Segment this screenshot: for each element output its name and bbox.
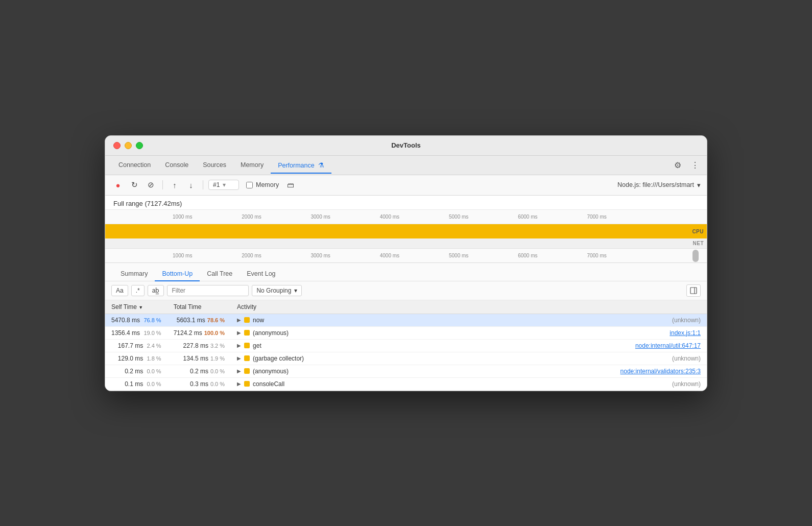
case-sensitive-button[interactable]: Aa xyxy=(111,285,128,296)
expand-arrow[interactable]: ▶ xyxy=(237,317,241,323)
self-time-cell: 1356.4 ms 19.0 % xyxy=(105,326,168,339)
tab-summary[interactable]: Summary xyxy=(113,266,155,281)
expand-arrow[interactable]: ▶ xyxy=(237,381,241,387)
self-pct: 19.0 % xyxy=(144,330,161,336)
self-time-cell: 5470.8 ms 76.8 % xyxy=(105,314,168,326)
self-time-value: 0.2 ms xyxy=(125,368,143,375)
expand-arrow[interactable]: ▶ xyxy=(237,330,241,336)
panel-layout-icon xyxy=(690,287,697,294)
activity-color-dot xyxy=(244,355,250,361)
self-time-value: 1356.4 ms xyxy=(111,329,140,337)
flame-button[interactable]: 🗃 xyxy=(284,178,297,192)
self-time-value: 129.0 ms xyxy=(118,355,143,362)
grouping-select[interactable]: No Grouping ▾ xyxy=(252,285,302,296)
nav-icons: ⚙ ⋮ xyxy=(672,159,701,171)
total-time-value: 134.5 ms xyxy=(183,355,208,362)
tab-console[interactable]: Console xyxy=(158,157,196,173)
tab-event-log[interactable]: Event Log xyxy=(240,266,282,281)
tab-performance[interactable]: Performance ⚗ xyxy=(271,157,331,173)
memory-checkbox[interactable] xyxy=(246,182,253,188)
net-label: NET xyxy=(693,241,704,246)
expand-arrow[interactable]: ▶ xyxy=(237,368,241,374)
total-time-cell: 227.8 ms3.2 % xyxy=(168,339,231,352)
scrollbar-handle[interactable] xyxy=(692,250,699,262)
activity-color-dot xyxy=(244,317,250,323)
activity-cell: ▶ (anonymous) node:internal/validators:2… xyxy=(231,365,707,377)
memory-checkbox-container: Memory xyxy=(246,181,279,188)
total-time-value: 0.3 ms xyxy=(190,380,208,388)
tab-connection[interactable]: Connection xyxy=(111,157,158,173)
col-total-time[interactable]: Total Time xyxy=(168,300,231,314)
col-self-time[interactable]: Self Time ▼ xyxy=(105,300,168,314)
activity-color-dot xyxy=(244,330,250,336)
more-button[interactable]: ⋮ xyxy=(689,159,701,171)
bottom-up-table: Self Time ▼ Total Time Activity 5470.8 m… xyxy=(105,300,707,391)
tab-call-tree[interactable]: Call Tree xyxy=(200,266,240,281)
tick-4000: 4000 ms xyxy=(380,214,399,220)
tab-sources[interactable]: Sources xyxy=(196,157,233,173)
range-label: Full range (7127.42ms) xyxy=(105,196,707,210)
activity-name: consoleCall xyxy=(253,380,669,388)
tick-3000: 3000 ms xyxy=(311,214,330,220)
expand-arrow[interactable]: ▶ xyxy=(237,355,241,361)
total-time-cell: 134.5 ms1.9 % xyxy=(168,352,231,365)
total-pct: 100.0 % xyxy=(204,330,225,336)
self-pct: 76.8 % xyxy=(144,317,161,323)
regex-button[interactable]: .* xyxy=(131,285,145,296)
total-time-cell: 0.3 ms0.0 % xyxy=(168,377,231,390)
download-button[interactable]: ↓ xyxy=(184,178,198,192)
total-time-value: 0.2 ms xyxy=(190,368,208,375)
activity-link[interactable]: node:internal/validators:235:3 xyxy=(620,368,701,375)
tick-1000: 1000 ms xyxy=(173,214,192,220)
activity-name: get xyxy=(253,342,632,349)
tick-b-6000: 6000 ms xyxy=(518,253,537,258)
record-button[interactable]: ● xyxy=(111,178,125,192)
traffic-lights xyxy=(113,142,143,149)
tab-memory[interactable]: Memory xyxy=(233,157,271,173)
maximize-button[interactable] xyxy=(136,142,143,149)
devtools-window: DevTools Connection Console Sources Memo… xyxy=(105,135,707,391)
self-time-cell: 0.1 ms 0.0 % xyxy=(105,377,168,390)
tick-b-3000: 3000 ms xyxy=(311,253,330,258)
tab-bottom-up[interactable]: Bottom-Up xyxy=(155,266,200,281)
self-pct: 2.4 % xyxy=(147,343,161,349)
expand-arrow[interactable]: ▶ xyxy=(237,343,241,348)
toolbar-divider-2 xyxy=(203,180,203,189)
clear-button[interactable]: ⊘ xyxy=(144,178,157,192)
table-row: 0.1 ms 0.0 %0.3 ms0.0 % ▶ consoleCall (u… xyxy=(105,377,707,390)
close-button[interactable] xyxy=(113,142,121,149)
tick-b-4000: 4000 ms xyxy=(380,253,399,258)
total-time-value: 227.8 ms xyxy=(183,342,208,349)
nav-tabs: Connection Console Sources Memory Perfor… xyxy=(105,156,707,175)
reload-button[interactable]: ↻ xyxy=(128,178,141,192)
total-time-cell: 7124.2 ms100.0 % xyxy=(168,326,231,339)
tick-6000: 6000 ms xyxy=(518,214,537,220)
total-time-value: 5603.1 ms xyxy=(177,317,205,324)
total-pct: 0.0 % xyxy=(210,381,225,387)
target-selector[interactable]: Node.js: file:///Users/stmart ▾ xyxy=(617,181,701,189)
filter-input[interactable] xyxy=(167,285,249,296)
filter-bar: Aa .* ab̲ No Grouping ▾ xyxy=(105,281,707,300)
svg-rect-0 xyxy=(690,288,697,294)
self-time-value: 167.7 ms xyxy=(118,342,143,349)
self-time-cell: 0.2 ms 0.0 % xyxy=(105,365,168,377)
bottom-tabs: Summary Bottom-Up Call Tree Event Log xyxy=(105,263,707,281)
table-header-row: Self Time ▼ Total Time Activity xyxy=(105,300,707,314)
tick-b-5000: 5000 ms xyxy=(449,253,468,258)
sidebar-toggle-button[interactable] xyxy=(686,284,701,297)
activity-cell: ▶ (anonymous) index.js:1:1 xyxy=(231,326,707,339)
whole-word-button[interactable]: ab̲ xyxy=(148,285,164,296)
settings-button[interactable]: ⚙ xyxy=(672,159,683,171)
activity-link[interactable]: index.js:1:1 xyxy=(670,329,701,337)
activity-color-dot xyxy=(244,343,250,348)
tick-b-2000: 2000 ms xyxy=(242,253,261,258)
tick-2000: 2000 ms xyxy=(242,214,261,220)
self-pct: 0.0 % xyxy=(147,368,161,374)
upload-button[interactable]: ↑ xyxy=(168,178,181,192)
profile-selector[interactable]: #1 ▾ xyxy=(208,180,239,190)
flask-icon: ⚗ xyxy=(318,161,324,169)
window-title: DevTools xyxy=(391,141,421,149)
minimize-button[interactable] xyxy=(125,142,132,149)
table-row: 0.2 ms 0.0 %0.2 ms0.0 % ▶ (anonymous) no… xyxy=(105,365,707,377)
activity-link[interactable]: node:internal/util:647:17 xyxy=(635,342,701,349)
